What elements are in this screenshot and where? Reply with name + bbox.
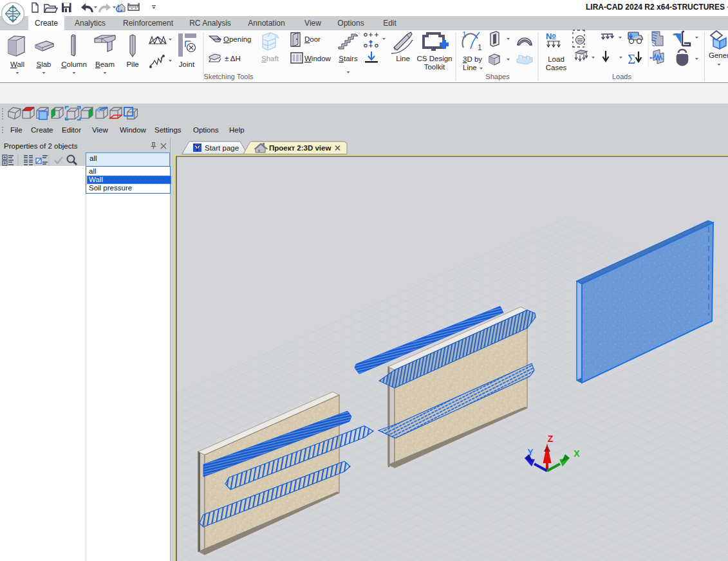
svg-text:No: No	[546, 32, 556, 41]
svg-text:± ΔH: ± ΔH	[225, 55, 241, 62]
svg-text:Line: Line	[463, 64, 477, 71]
svg-text:Column: Column	[61, 60, 87, 68]
svg-text:Wall: Wall	[10, 60, 24, 68]
svg-text:3D by: 3D by	[463, 55, 482, 63]
svg-text:1: 1	[478, 43, 482, 52]
svg-text:Slab: Slab	[36, 60, 51, 68]
svg-text:Y: Y	[527, 447, 534, 457]
svg-text:Shaft: Shaft	[261, 55, 279, 62]
svg-text:Stairs: Stairs	[339, 55, 358, 62]
svg-text:Pile: Pile	[126, 60, 138, 68]
svg-text:Shapes: Shapes	[485, 73, 510, 80]
svg-text:Line: Line	[396, 55, 410, 62]
svg-text:Load: Load	[548, 55, 565, 63]
svg-text:Проект 2:3D view: Проект 2:3D view	[269, 144, 331, 152]
svg-text:Σ: Σ	[628, 51, 635, 67]
svg-text:Opening: Opening	[223, 35, 252, 43]
svg-text:CS Design: CS Design	[417, 55, 453, 62]
svg-text:Sketching Tools: Sketching Tools	[204, 73, 254, 80]
svg-text:Cases: Cases	[546, 64, 567, 71]
svg-text:Toolkit: Toolkit	[424, 63, 445, 71]
svg-text:Start page: Start page	[205, 144, 239, 152]
svg-text:Joint: Joint	[179, 60, 195, 68]
svg-text:Z: Z	[548, 434, 554, 444]
svg-text:Door: Door	[304, 35, 321, 43]
svg-text:Beam: Beam	[95, 60, 115, 68]
svg-text:Loads: Loads	[612, 73, 631, 80]
svg-text:Gener: Gener	[709, 51, 728, 59]
svg-text:X: X	[574, 448, 580, 459]
svg-text:Window: Window	[304, 55, 331, 62]
